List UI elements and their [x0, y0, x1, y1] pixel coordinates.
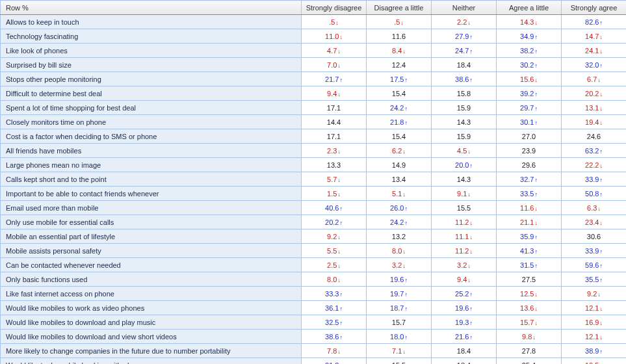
cell-value: 18.4 — [457, 61, 471, 69]
cell-value: .5 — [329, 18, 335, 26]
data-cell: 31.5↑ — [497, 258, 562, 272]
cell-value: 15.7 — [392, 318, 406, 326]
cell-value: 13.2 — [392, 233, 406, 240]
arrow-up-icon: ↑ — [469, 34, 473, 40]
data-cell: 13.6↓ — [497, 301, 562, 315]
data-cell: 14.3↓ — [497, 15, 562, 29]
arrow-up-icon: ↑ — [404, 77, 408, 83]
arrow-down-icon: ↓ — [337, 248, 341, 255]
cell-value: 25.2 — [455, 290, 469, 298]
cell-value: 8.4 — [392, 47, 402, 55]
arrow-down-icon: ↓ — [597, 77, 601, 83]
cell-value: 30.6 — [587, 233, 601, 240]
cell-value: 6.2 — [392, 147, 402, 155]
arrow-down-icon: ↓ — [402, 148, 406, 155]
arrow-down-icon: ↓ — [532, 334, 536, 341]
data-cell: 39.2↑ — [497, 86, 562, 101]
cell-value: 27.9 — [455, 32, 469, 40]
arrow-down-icon: ↓ — [402, 248, 406, 255]
data-cell: 35.5↑ — [562, 272, 627, 287]
table-row: Like look of phones4.7↓8.4↓24.7↑38.2↑24.… — [1, 44, 627, 58]
cell-value: 63.2 — [585, 147, 599, 155]
data-cell: 11.0↓ — [302, 29, 367, 44]
arrow-up-icon: ↑ — [404, 291, 408, 298]
row-label: Mobile an essential part of lifestyle — [1, 229, 302, 244]
cell-value: 20.0 — [455, 161, 469, 169]
cell-value: 16.9 — [585, 318, 599, 326]
cell-value: 15.5 — [457, 204, 471, 212]
data-cell: 32.7↑ — [497, 172, 562, 187]
arrow-up-icon: ↑ — [534, 34, 538, 40]
cell-value: 13.6 — [520, 304, 534, 312]
cell-value: 8.0 — [392, 247, 402, 255]
cell-value: 30.1 — [520, 118, 534, 126]
arrow-up-icon: ↑ — [339, 306, 343, 312]
cell-value: 14.9 — [392, 161, 406, 169]
arrow-down-icon: ↓ — [534, 306, 538, 312]
arrow-up-icon: ↑ — [534, 48, 538, 55]
row-label: Would like to do mobile banking with pho… — [1, 358, 302, 365]
data-cell: 5.1↓ — [367, 187, 432, 201]
cell-value: 4.5 — [457, 147, 467, 155]
table-row: Mobile assists personal safety5.5↓8.0↓11… — [1, 244, 627, 258]
arrow-down-icon: ↓ — [402, 48, 406, 55]
cell-value: 14.3 — [457, 176, 471, 183]
data-cell: 8.0↓ — [367, 244, 432, 258]
arrow-up-icon: ↑ — [599, 277, 603, 283]
row-label: More likely to change companies in the f… — [1, 344, 302, 358]
table-row: Surprised by bill size7.0↓12.418.430.2↑3… — [1, 58, 627, 72]
data-cell: 20.2↑ — [302, 215, 367, 229]
cell-value: 12.1 — [585, 333, 599, 341]
data-cell: 41.3↑ — [497, 244, 562, 258]
data-cell: 15.5 — [367, 358, 432, 365]
table-row: Would like mobiles to download and view … — [1, 330, 627, 344]
data-cell: 19.6↑ — [432, 301, 497, 315]
arrow-up-icon: ↑ — [469, 77, 473, 83]
cell-value: 39.2 — [520, 90, 534, 98]
cell-value: 15.8 — [457, 90, 471, 98]
cell-value: 19.6 — [455, 304, 469, 312]
cell-value: 32.0 — [585, 61, 599, 69]
data-cell: 20.2↓ — [562, 86, 627, 101]
row-label: Calls kept short and to the point — [1, 172, 302, 187]
cell-value: 9.4 — [457, 276, 467, 283]
cell-value: 24.6 — [587, 133, 601, 140]
data-cell: 22.2↓ — [562, 158, 627, 172]
data-cell: 11.2↓ — [432, 215, 497, 229]
table-row: Calls kept short and to the point5.7↓13.… — [1, 172, 627, 187]
arrow-up-icon: ↑ — [534, 177, 538, 183]
arrow-down-icon: ↓ — [599, 162, 603, 169]
table-row: Stops other people monitoring21.7↑17.5↑3… — [1, 72, 627, 86]
data-cell: 19.5↓ — [562, 358, 627, 365]
cell-value: 13.4 — [392, 176, 406, 183]
cell-value: 33.9 — [585, 176, 599, 183]
row-label: Closely monitors time on phone — [1, 115, 302, 129]
table-row: Large phones mean no image13.314.920.0↑2… — [1, 158, 627, 172]
cell-value: 20.2 — [585, 90, 599, 98]
arrow-up-icon: ↑ — [534, 248, 538, 255]
col-header: Disagree a little — [367, 1, 432, 15]
cell-value: 30.2 — [520, 61, 534, 69]
cell-value: 35.5 — [585, 276, 599, 283]
row-label: Would like mobiles to download and view … — [1, 330, 302, 344]
cell-value: 38.2 — [520, 47, 534, 55]
arrow-down-icon: ↓ — [337, 48, 341, 55]
cell-value: 5.1 — [392, 190, 402, 198]
data-cell: 32.0↑ — [562, 58, 627, 72]
col-header: Strongly agree — [562, 1, 627, 15]
arrow-up-icon: ↑ — [404, 334, 408, 341]
cell-value: 7.8 — [327, 347, 337, 355]
data-cell: 18.4 — [432, 58, 497, 72]
arrow-down-icon: ↓ — [402, 263, 406, 269]
arrow-up-icon: ↑ — [339, 205, 343, 212]
row-label: Would like mobiles to work as video phon… — [1, 301, 302, 315]
data-cell: 24.2↑ — [367, 101, 432, 115]
arrow-down-icon: ↓ — [467, 277, 471, 283]
data-cell: 9.4↓ — [302, 86, 367, 101]
table-row: Only use mobile for essential calls20.2↑… — [1, 215, 627, 229]
cell-value: 11.1 — [455, 233, 469, 240]
cell-value: 59.6 — [585, 261, 599, 269]
data-cell: 63.2↑ — [562, 144, 627, 158]
row-label: Surprised by bill size — [1, 58, 302, 72]
cell-value: 33.5 — [520, 190, 534, 198]
